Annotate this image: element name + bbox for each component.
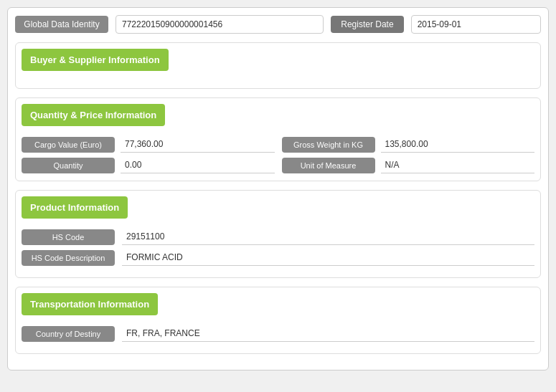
unit-of-measure-label: Unit of Measure (282, 158, 375, 173)
global-data-identity-value: 772220150900000001456 (116, 15, 324, 34)
gross-weight-col: Gross Weight in KG 135,800.00 (282, 136, 535, 153)
header-row: Global Data Identity 7722201509000000014… (15, 15, 541, 34)
page-container: Global Data Identity 7722201509000000014… (7, 7, 549, 371)
quantity-col: Quantity 0.00 (22, 157, 275, 173)
quantity-price-body: Cargo Value (Euro) 77,360.00 Gross Weigh… (16, 132, 540, 181)
country-destiny-row: Country of Destiny FR, FRA, FRANCE (22, 325, 534, 342)
register-date-value: 2015-09-01 (411, 15, 541, 34)
hs-code-value: 29151100 (122, 229, 534, 245)
quantity-price-title: Quantity & Price Information (22, 104, 165, 126)
gross-weight-label: Gross Weight in KG (282, 137, 375, 153)
country-destiny-value: FR, FRA, FRANCE (122, 325, 534, 342)
hs-code-row: HS Code 29151100 (22, 229, 534, 245)
transportation-title: Transportation Information (22, 293, 158, 315)
transportation-body: Country of Destiny FR, FRA, FRANCE (16, 321, 540, 353)
hs-code-desc-label: HS Code Description (22, 250, 115, 266)
buyer-supplier-body (16, 77, 540, 88)
quantity-price-section: Quantity & Price Information Cargo Value… (15, 97, 541, 181)
hs-code-desc-row: HS Code Description FORMIC ACID (22, 249, 534, 266)
quantity-price-row2: Quantity 0.00 Unit of Measure N/A (22, 157, 534, 173)
product-info-body: HS Code 29151100 HS Code Description FOR… (16, 224, 540, 277)
hs-code-desc-value: FORMIC ACID (122, 249, 534, 266)
cargo-value-value: 77,360.00 (121, 136, 275, 153)
country-destiny-label: Country of Destiny (22, 326, 115, 342)
buyer-supplier-title: Buyer & Supplier Information (22, 49, 169, 71)
global-data-identity-label: Global Data Identity (15, 16, 108, 33)
quantity-label: Quantity (22, 158, 115, 173)
product-info-section: Product Information HS Code 29151100 HS … (15, 190, 541, 278)
hs-code-label: HS Code (22, 229, 115, 245)
gross-weight-value: 135,800.00 (381, 136, 535, 153)
unit-of-measure-value: N/A (381, 157, 535, 173)
unit-of-measure-col: Unit of Measure N/A (282, 157, 535, 173)
cargo-value-col: Cargo Value (Euro) 77,360.00 (22, 136, 275, 153)
quantity-price-row1: Cargo Value (Euro) 77,360.00 Gross Weigh… (22, 136, 534, 153)
transportation-section: Transportation Information Country of De… (15, 287, 541, 354)
register-date-label: Register Date (331, 16, 403, 33)
buyer-supplier-section: Buyer & Supplier Information (15, 42, 541, 89)
cargo-value-label: Cargo Value (Euro) (22, 137, 115, 153)
quantity-value: 0.00 (121, 157, 275, 173)
product-info-title: Product Information (22, 196, 128, 219)
